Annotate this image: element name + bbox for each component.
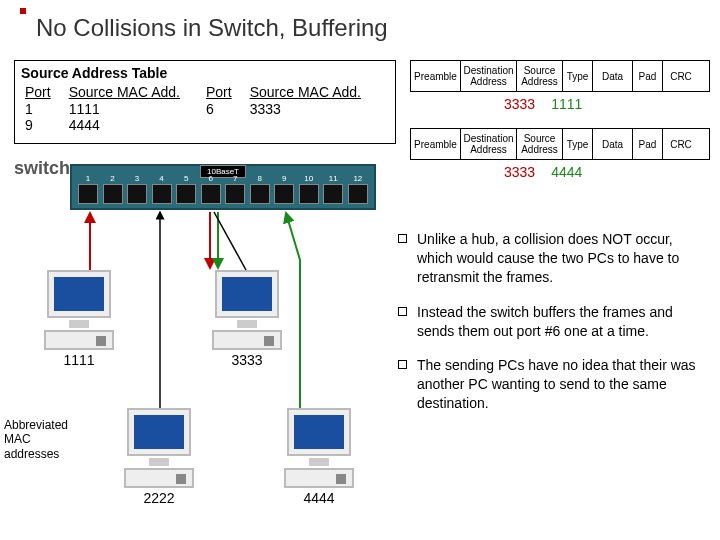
sat-h-mac: Source MAC Add.	[246, 84, 365, 101]
switch-banner: 10BaseT	[200, 165, 246, 178]
frame-field: Type	[563, 61, 593, 91]
sat-h-mac: Source MAC Add.	[65, 84, 184, 101]
frame-field: CRC	[663, 61, 699, 91]
sat-cell: 1111	[65, 101, 184, 118]
frame-field: Data	[593, 61, 633, 91]
port-5: 5	[176, 184, 196, 204]
frame1-values: 3333 1111	[504, 96, 582, 112]
frame-field: Preamble	[411, 129, 461, 159]
frame-field: Type	[563, 129, 593, 159]
switch-label: switch	[14, 158, 70, 179]
pc-3333: 3333	[202, 270, 292, 368]
pc-2222: 2222	[114, 408, 204, 506]
frame2-dst: 3333	[504, 164, 535, 180]
port-7: 7	[225, 184, 245, 204]
sat-h-port: Port	[21, 84, 55, 101]
square-bullet-icon	[398, 307, 407, 316]
ethernet-frame-1: Preamble Destination Address Source Addr…	[410, 60, 710, 92]
pc-label: 2222	[143, 490, 174, 506]
pc-label: 1111	[63, 352, 94, 368]
pc-1111: 1111	[34, 270, 124, 368]
frame-field: Preamble	[411, 61, 461, 91]
port-10: 10	[299, 184, 319, 204]
pc-label: 3333	[231, 352, 262, 368]
bullet-text: The sending PCs have no idea that their …	[417, 356, 710, 413]
port-4: 4	[152, 184, 172, 204]
port-8: 8	[250, 184, 270, 204]
frame-field: Source Address	[517, 61, 563, 91]
network-switch: 10BaseT 1 2 3 4 5 6 7 8 9 10 11 12	[70, 164, 376, 210]
monitor-icon	[127, 408, 191, 456]
sat-left-col: Port 1 9 Source MAC Add. 1111 4444	[21, 84, 184, 134]
frame-field: Destination Address	[461, 61, 517, 91]
frame1-dst: 3333	[504, 96, 535, 112]
sat-cell: 6	[202, 101, 236, 118]
monitor-icon	[47, 270, 111, 318]
frame1-src: 1111	[551, 96, 582, 112]
frame-field: Pad	[633, 129, 663, 159]
frame-field: Pad	[633, 61, 663, 91]
source-address-table: Source Address Table Port 1 9 Source MAC…	[14, 60, 396, 144]
port-9: 9	[274, 184, 294, 204]
bullet-text: Unlike a hub, a collision does NOT occur…	[417, 230, 710, 287]
monitor-icon	[287, 408, 351, 456]
port-3: 3	[127, 184, 147, 204]
sat-right-col: Port 6 Source MAC Add. 3333	[202, 84, 365, 134]
bullet-list: Unlike a hub, a collision does NOT occur…	[398, 230, 710, 429]
sat-cell: 9	[21, 117, 55, 134]
slide-title: No Collisions in Switch, Buffering	[36, 14, 388, 42]
bullet-item: Instead the switch buffers the frames an…	[398, 303, 710, 341]
ethernet-frame-2: Preamble Destination Address Source Addr…	[410, 128, 710, 160]
pc-area: 1111 3333 2222 4444	[14, 210, 384, 510]
frame-field: Destination Address	[461, 129, 517, 159]
port-6: 6	[201, 184, 221, 204]
abbreviated-note: Abbreviated MAC addresses	[4, 418, 84, 461]
bullet-text: Instead the switch buffers the frames an…	[417, 303, 710, 341]
square-bullet-icon	[398, 360, 407, 369]
pc-4444: 4444	[274, 408, 364, 506]
switch-ports: 1 2 3 4 5 6 7 8 9 10 11 12	[78, 184, 368, 204]
port-12: 12	[348, 184, 368, 204]
bullet-item: Unlike a hub, a collision does NOT occur…	[398, 230, 710, 287]
port-11: 11	[323, 184, 343, 204]
frame-field: CRC	[663, 129, 699, 159]
sat-cell: 3333	[246, 101, 365, 118]
port-2: 2	[103, 184, 123, 204]
pc-label: 4444	[303, 490, 334, 506]
frame2-src: 4444	[551, 164, 582, 180]
frame-field: Data	[593, 129, 633, 159]
sat-heading: Source Address Table	[21, 65, 389, 82]
square-bullet-icon	[398, 234, 407, 243]
sat-cell: 4444	[65, 117, 184, 134]
sat-h-port: Port	[202, 84, 236, 101]
bullet-item: The sending PCs have no idea that their …	[398, 356, 710, 413]
sat-cell: 1	[21, 101, 55, 118]
frame2-values: 3333 4444	[504, 164, 582, 180]
frame-field: Source Address	[517, 129, 563, 159]
slide-bullet	[20, 8, 26, 14]
monitor-icon	[215, 270, 279, 318]
port-1: 1	[78, 184, 98, 204]
